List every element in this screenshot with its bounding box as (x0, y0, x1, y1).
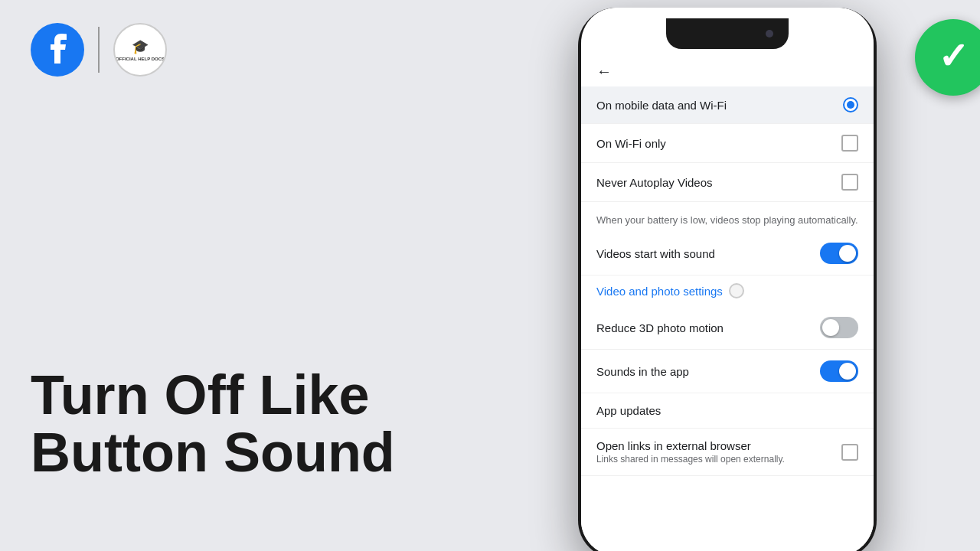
logo-area: 🎓 OFFICIAL HELP DOCS (31, 23, 444, 77)
setting-open-links[interactable]: Open links in external browser Links sha… (581, 429, 874, 476)
badge-icon: 🎓 (132, 38, 149, 55)
videos-sound-toggle[interactable] (820, 243, 858, 264)
setting-mobile-data[interactable]: On mobile data and Wi-Fi (581, 86, 874, 124)
camera-dot (766, 30, 773, 37)
setting-sounds-app[interactable]: Sounds in the app (581, 350, 874, 393)
open-links-sublabel: Links shared in messages will open exter… (596, 454, 834, 465)
settings-list: On mobile data and Wi-Fi On Wi-Fi only N… (581, 86, 874, 551)
reduce-3d-label: Reduce 3D photo motion (596, 321, 724, 334)
logo-divider (98, 27, 100, 73)
top-bar: ← (581, 54, 874, 86)
right-panel: ✓ ← On mobile data and Wi-Fi (475, 0, 980, 551)
setting-app-updates[interactable]: App updates (581, 393, 874, 429)
left-panel: 🎓 OFFICIAL HELP DOCS Turn Off Like Butto… (0, 0, 475, 551)
battery-note-text: When your battery is low, videos stop pl… (596, 214, 858, 226)
back-arrow-icon[interactable]: ← (596, 63, 612, 80)
wifi-only-checkbox[interactable] (841, 135, 858, 152)
phone-screen: ← On mobile data and Wi-Fi On Wi-Fi only (581, 8, 874, 551)
setting-never-autoplay[interactable]: Never Autoplay Videos (581, 163, 874, 202)
battery-note: When your battery is low, videos stop pl… (581, 202, 874, 232)
reduce-3d-toggle[interactable] (820, 317, 858, 338)
video-photo-settings-label: Video and photo settings (596, 285, 723, 298)
open-links-group: Open links in external browser Links sha… (596, 439, 841, 465)
phone-frame: ← On mobile data and Wi-Fi On Wi-Fi only (578, 8, 877, 551)
never-autoplay-label: Never Autoplay Videos (596, 176, 713, 189)
checkmark-icon: ✓ (938, 34, 969, 77)
videos-sound-label: Videos start with sound (596, 247, 715, 260)
facebook-logo (31, 23, 84, 77)
setting-reduce-3d[interactable]: Reduce 3D photo motion (581, 306, 874, 350)
app-updates-label: App updates (596, 404, 661, 417)
open-links-checkbox[interactable] (841, 444, 858, 461)
setting-videos-sound[interactable]: Videos start with sound (581, 232, 874, 276)
open-links-label: Open links in external browser (596, 439, 834, 452)
sounds-app-toggle[interactable] (820, 360, 858, 382)
link-circle-icon (729, 283, 744, 298)
never-autoplay-checkbox[interactable] (841, 174, 858, 191)
notch (666, 18, 789, 49)
official-badge: 🎓 OFFICIAL HELP DOCS (113, 23, 167, 77)
check-badge: ✓ (915, 19, 980, 96)
video-photo-settings-link[interactable]: Video and photo settings (581, 276, 874, 306)
sounds-app-label: Sounds in the app (596, 365, 689, 378)
wifi-only-label: On Wi-Fi only (596, 137, 666, 150)
setting-wifi-only[interactable]: On Wi-Fi only (581, 124, 874, 163)
badge-text: OFFICIAL HELP DOCS (116, 57, 165, 62)
main-title: Turn Off Like Button Sound (31, 367, 444, 482)
mobile-data-label: On mobile data and Wi-Fi (596, 99, 727, 112)
radio-selected-icon (843, 97, 858, 112)
